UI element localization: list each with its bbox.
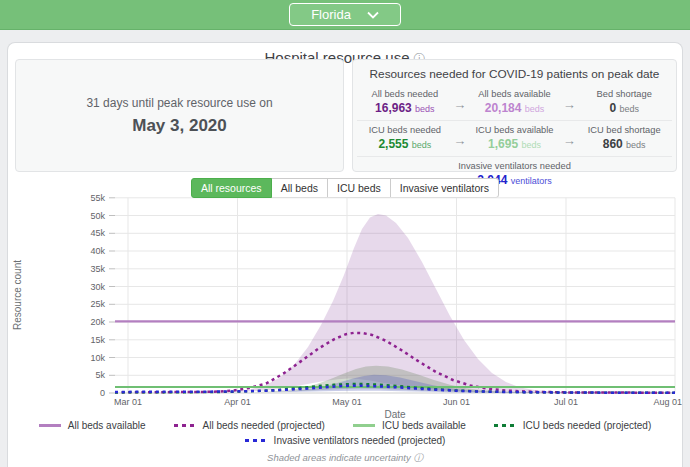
peak-panel: 31 days until peak resource use on May 3… bbox=[15, 59, 344, 172]
legend-icu-beds-needed[interactable]: ICU beds needed (projected) bbox=[494, 420, 651, 431]
resource-use-chart[interactable]: 0 5k 10k 15k 20k 25k 30k 35k 40k 45k 50k… bbox=[8, 192, 682, 420]
legend-icu-beds-available[interactable]: ICU beds available bbox=[353, 420, 466, 431]
bed-shortage-value: 0 bbox=[609, 101, 616, 115]
bed-shortage-unit: beds bbox=[619, 104, 639, 114]
bed-shortage-cell: Bed shortage 0 beds bbox=[578, 89, 670, 115]
icu-beds-available-cell: ICU beds available 1,695 beds bbox=[469, 125, 561, 151]
all-beds-needed-value: 16,963 bbox=[375, 101, 412, 115]
chart-legend: All beds available All beds needed (proj… bbox=[8, 420, 682, 450]
all-beds-available-unit: beds bbox=[525, 104, 545, 114]
solid-purple-line-swatch bbox=[39, 424, 61, 427]
all-beds-needed-label: All beds needed bbox=[359, 89, 451, 99]
peak-lead-text: 31 days until peak resource use on bbox=[86, 96, 272, 110]
y-tick-label: 45k bbox=[90, 228, 105, 238]
legend-row-2: Invasive ventilators needed (projected) bbox=[8, 435, 682, 446]
solid-green-line-swatch bbox=[353, 424, 375, 427]
y-tick-label: 15k bbox=[90, 335, 105, 345]
arrow-right-icon: → bbox=[560, 89, 578, 112]
icu-bed-shortage-cell: ICU bed shortage 860 beds bbox=[578, 125, 670, 151]
x-axis-title: Date bbox=[384, 409, 406, 420]
footnote-text: Shaded areas indicate uncertainty bbox=[267, 452, 411, 463]
x-tick-label: May 01 bbox=[332, 397, 362, 407]
tab-all-resources[interactable]: All resources bbox=[191, 178, 272, 198]
x-tick-label: Mar 01 bbox=[114, 397, 142, 407]
bed-shortage-label: Bed shortage bbox=[578, 89, 670, 99]
icu-beds-row: ICU beds needed 2,555 beds → ICU beds av… bbox=[357, 120, 672, 156]
legend-label: All beds needed (projected) bbox=[203, 420, 325, 431]
dashed-darkgreen-line-swatch bbox=[494, 424, 516, 428]
all-beds-available-value: 20,184 bbox=[485, 101, 522, 115]
icu-bed-shortage-label: ICU bed shortage bbox=[578, 125, 670, 135]
y-axis-title: Resource count bbox=[12, 260, 23, 330]
all-beds-available-label: All beds available bbox=[469, 89, 561, 99]
y-tick-label: 30k bbox=[90, 282, 105, 292]
legend-label: ICU beds needed (projected) bbox=[523, 420, 651, 431]
dashed-magenta-line-swatch bbox=[174, 424, 196, 428]
state-selector-label: Florida bbox=[311, 7, 351, 22]
y-tick-label: 40k bbox=[90, 246, 105, 256]
icu-beds-available-value: 1,695 bbox=[488, 137, 518, 151]
content-card: Hospital resource useⓘ 31 days until pea… bbox=[7, 42, 683, 467]
info-icon[interactable]: ⓘ bbox=[413, 452, 423, 463]
legend-label: All beds available bbox=[68, 420, 146, 431]
all-beds-available-cell: All beds available 20,184 beds bbox=[469, 89, 561, 115]
arrow-right-icon: → bbox=[560, 125, 578, 148]
icu-beds-needed-value: 2,555 bbox=[378, 137, 408, 151]
y-tick-label: 10k bbox=[90, 353, 105, 363]
state-selector[interactable]: Florida bbox=[289, 3, 401, 26]
dashed-blue-line-swatch bbox=[245, 439, 267, 443]
x-tick-label: Jul 01 bbox=[554, 397, 578, 407]
icu-beds-needed-cell: ICU beds needed 2,555 beds bbox=[359, 125, 451, 151]
legend-all-beds-needed[interactable]: All beds needed (projected) bbox=[174, 420, 325, 431]
chevron-down-icon bbox=[367, 11, 379, 19]
icu-beds-available-unit: beds bbox=[521, 140, 541, 150]
all-beds-uncertainty-band bbox=[233, 214, 675, 393]
x-tick-label: Apr 01 bbox=[224, 397, 251, 407]
x-tick-label: Jun 01 bbox=[443, 397, 470, 407]
y-tick-label: 50k bbox=[90, 211, 105, 221]
legend-label: Invasive ventilators needed (projected) bbox=[274, 435, 446, 446]
arrow-right-icon: → bbox=[451, 89, 469, 112]
peak-date: May 3, 2020 bbox=[132, 116, 227, 136]
icu-bed-shortage-unit: beds bbox=[626, 140, 646, 150]
legend-ventilators-needed[interactable]: Invasive ventilators needed (projected) bbox=[245, 435, 446, 446]
icu-beds-needed-label: ICU beds needed bbox=[359, 125, 451, 135]
arrow-right-icon: → bbox=[451, 125, 469, 148]
legend-all-beds-available[interactable]: All beds available bbox=[39, 420, 146, 431]
x-tick-label: Aug 01 bbox=[653, 397, 682, 407]
top-bar: Florida bbox=[0, 0, 690, 30]
all-beds-needed-cell: All beds needed 16,963 beds bbox=[359, 89, 451, 115]
ventilators-needed-label: Invasive ventilators needed bbox=[357, 161, 672, 171]
legend-row-1: All beds available All beds needed (proj… bbox=[8, 420, 682, 431]
legend-label: ICU beds available bbox=[382, 420, 466, 431]
y-axis-tickmarks bbox=[109, 198, 115, 393]
y-tick-label: 5k bbox=[95, 370, 105, 380]
icu-beds-available-label: ICU beds available bbox=[469, 125, 561, 135]
resources-panel: Resources needed for COVID-19 patients o… bbox=[352, 59, 677, 172]
y-tick-label: 35k bbox=[90, 264, 105, 274]
resources-panel-title: Resources needed for COVID-19 patients o… bbox=[357, 65, 672, 85]
icu-beds-needed-unit: beds bbox=[412, 140, 432, 150]
y-tick-label: 0 bbox=[100, 388, 105, 398]
y-tick-label: 20k bbox=[90, 317, 105, 327]
all-beds-needed-unit: beds bbox=[415, 104, 435, 114]
all-beds-row: All beds needed 16,963 beds → All beds a… bbox=[357, 85, 672, 120]
y-tick-label: 25k bbox=[90, 299, 105, 309]
icu-bed-shortage-value: 860 bbox=[603, 137, 623, 151]
y-tick-label: 55k bbox=[90, 193, 105, 203]
uncertainty-footnote: Shaded areas indicate uncertainty ⓘ bbox=[8, 452, 682, 465]
